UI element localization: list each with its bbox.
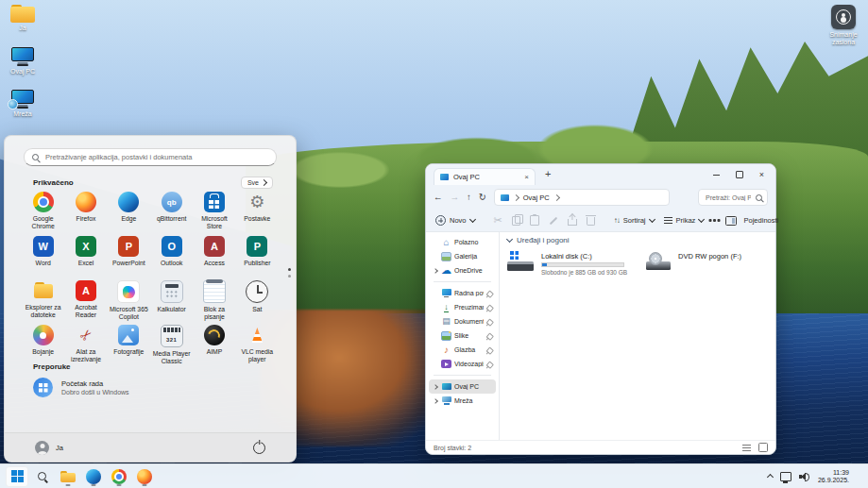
network-tray-icon[interactable] — [780, 472, 791, 481]
pinned-app[interactable]: Fotografije — [108, 323, 150, 363]
pinned-app[interactable]: Media Player Classic — [150, 323, 193, 363]
excel-icon — [76, 236, 96, 257]
large-icons-view-icon[interactable] — [758, 443, 768, 452]
user-account-button[interactable]: Ja — [35, 441, 63, 455]
pinned-app[interactable]: Kalkulator — [150, 278, 193, 319]
taskbar-clock[interactable]: 11:39 26.9.2025. — [818, 469, 849, 484]
home-icon — [441, 237, 451, 247]
outlook-icon — [162, 236, 182, 257]
power-button[interactable] — [253, 442, 265, 454]
nav-item-music[interactable]: Glazba — [429, 343, 496, 357]
recommended-item-get-started[interactable]: Početak rada Dobro došli u Windows — [33, 378, 222, 397]
nav-item-gallery[interactable]: Galerija — [429, 249, 496, 263]
copy-icon[interactable] — [512, 216, 520, 226]
pinned-app[interactable]: Microsoft Store — [193, 190, 235, 230]
pinned-app[interactable]: Eksplorer za datoteke — [22, 278, 64, 319]
devices-drives-header[interactable]: Uređaji i pogoni — [507, 236, 768, 244]
pinned-app[interactable]: Acrobat Reader — [64, 278, 107, 319]
taskbar-chrome[interactable] — [108, 466, 130, 487]
pinned-app[interactable]: Microsoft 365 Copilot — [108, 278, 150, 319]
start-button[interactable] — [6, 466, 28, 487]
rename-icon[interactable] — [549, 216, 558, 226]
nav-item-home[interactable]: Polazno — [429, 235, 496, 249]
cut-icon[interactable]: ✂ — [494, 215, 502, 226]
tab-close-icon[interactable]: × — [524, 174, 529, 181]
view-button[interactable]: Prikaz — [664, 216, 705, 225]
close-button[interactable]: × — [759, 171, 764, 179]
share-icon[interactable] — [568, 215, 577, 226]
desktop-icon-screen-capture[interactable]: Snimanje zaslona — [822, 5, 865, 46]
nav-item-onedrive[interactable]: OneDrive — [429, 263, 496, 278]
pinned-app[interactable]: Bojanje — [22, 323, 64, 363]
start-search-input[interactable] — [43, 152, 268, 162]
firefox-icon — [76, 192, 96, 212]
chevron-right-icon — [261, 179, 267, 186]
pinned-pagination[interactable] — [288, 268, 291, 278]
minimize-button[interactable] — [713, 175, 720, 176]
pinned-app[interactable]: Google Chrome — [22, 190, 64, 230]
tab-this-pc[interactable]: Ovaj PC × — [434, 168, 536, 185]
nav-item-documents[interactable]: Dokumenti — [429, 314, 496, 328]
pinned-app[interactable]: Alat za izrezivanje — [64, 323, 107, 363]
pinned-app[interactable]: AIMP — [193, 323, 235, 363]
pinned-app[interactable]: Sat — [236, 278, 279, 319]
nav-item-this-pc[interactable]: Ovaj PC — [429, 379, 496, 394]
breadcrumb[interactable]: Ovaj PC — [494, 189, 670, 206]
pinned-app[interactable]: qBittorrent — [150, 190, 193, 230]
pinned-app[interactable]: PowerPoint — [108, 234, 150, 275]
new-tab-button[interactable]: + — [545, 169, 551, 179]
start-search-box[interactable] — [24, 148, 277, 166]
maximize-button[interactable] — [736, 171, 743, 178]
content-pane: Uređaji i pogoni Lokalni disk (C:) Slobo… — [500, 232, 775, 440]
up-button[interactable]: ↑ — [467, 193, 471, 202]
explorer-search-box[interactable] — [698, 189, 768, 206]
desktop-icon-user-folder[interactable]: Ja — [2, 5, 43, 32]
this-pc-icon — [501, 194, 509, 201]
taskbar-edge[interactable] — [82, 466, 105, 487]
drive-c-item[interactable]: Lokalni disk (C:) Slobodno je 885 GB od … — [507, 251, 627, 276]
nav-item-videos[interactable]: Videozapisi — [429, 357, 496, 371]
pinned-app[interactable]: Outlook — [150, 234, 193, 275]
chevron-right-icon — [513, 194, 519, 200]
all-apps-button[interactable]: Sve — [241, 177, 273, 189]
taskbar-firefox[interactable] — [133, 466, 156, 487]
nav-item-pictures[interactable]: Slike — [429, 328, 496, 343]
nav-item-downloads[interactable]: Preuzimanja — [429, 300, 496, 314]
file-explorer-icon — [33, 280, 54, 301]
new-button[interactable]: Novo — [435, 215, 475, 226]
pinned-app[interactable]: Word — [22, 234, 64, 275]
hidden-icons-chevron[interactable] — [767, 474, 774, 480]
pinned-app[interactable]: Publisher — [236, 234, 279, 275]
details-pane-button[interactable]: Pojedinosti — [725, 216, 787, 226]
pinned-app[interactable]: Access — [193, 234, 235, 275]
refresh-button[interactable]: ↻ — [479, 193, 486, 202]
nav-item-desktop[interactable]: Radna površina — [429, 286, 496, 300]
nav-item-network[interactable]: Mreža — [429, 394, 496, 408]
powerpoint-icon — [118, 236, 139, 257]
delete-icon[interactable] — [587, 215, 595, 226]
status-bar: Broj stavki: 2 — [426, 440, 775, 454]
back-button[interactable]: ← — [434, 193, 443, 202]
pinned-app[interactable]: Postavke — [236, 190, 279, 230]
forward-button[interactable]: → — [451, 193, 460, 202]
more-options-icon[interactable] — [713, 219, 715, 221]
pinned-app[interactable]: Excel — [64, 234, 107, 275]
pinned-app[interactable]: Blok za pisanje — [193, 278, 235, 319]
paste-icon[interactable] — [530, 215, 539, 226]
taskbar: 11:39 26.9.2025. — [0, 463, 868, 488]
list-view-icon[interactable] — [742, 447, 751, 448]
avatar — [35, 441, 49, 455]
pinned-app[interactable]: Firefox — [64, 190, 107, 230]
sort-button[interactable]: ↑↓ Sortiraj — [614, 216, 655, 225]
desktop-icon-network[interactable]: Mreža — [2, 90, 43, 118]
volume-icon[interactable] — [799, 472, 810, 481]
desktop-icon-this-pc[interactable]: Ovaj PC — [2, 47, 43, 76]
pinned-app[interactable]: Edge — [108, 190, 150, 230]
pinned-app[interactable]: VLC media player — [236, 323, 279, 363]
search-icon — [32, 154, 39, 160]
taskbar-search-button[interactable] — [31, 466, 54, 487]
explorer-search-input[interactable] — [704, 194, 753, 202]
taskbar-file-explorer[interactable] — [57, 466, 79, 487]
drive-f-item[interactable]: DVD RW pogon (F:) — [646, 251, 741, 276]
sort-icon: ↑↓ — [614, 216, 620, 225]
